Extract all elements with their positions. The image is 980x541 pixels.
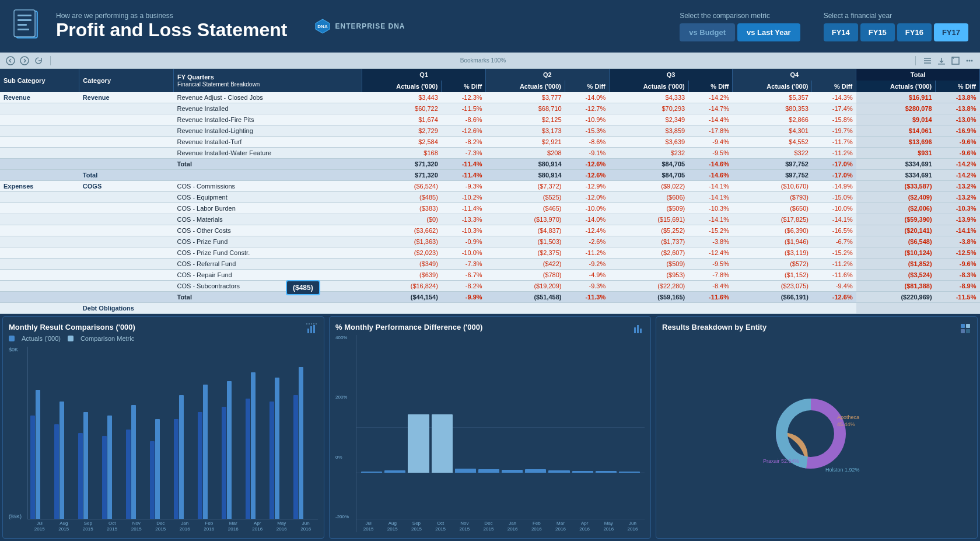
legend-compare-dot	[68, 336, 74, 341]
cell-q1-act: ($383)	[362, 203, 442, 214]
donut-chart-icon[interactable]	[960, 323, 971, 334]
table-row: Debt Obligations	[0, 303, 980, 314]
year-btn-group: FY14 FY15 FY16 FY17	[824, 23, 968, 41]
cell-tot-diff: -14.2%	[936, 170, 980, 181]
enterprise-dna-icon: DNA	[314, 18, 331, 34]
cell-tot-act: $280,078	[856, 103, 936, 114]
cell-q1-diff: -10.3%	[442, 225, 486, 236]
btn-fy15[interactable]: FY15	[860, 23, 895, 41]
monthly-chart-icon[interactable]	[306, 323, 318, 334]
bar-compare	[179, 395, 184, 519]
bar-actual	[126, 430, 131, 519]
cell-q1-diff	[442, 303, 486, 314]
back-icon[interactable]	[6, 56, 15, 65]
cell-tot-act: ($2,006)	[856, 203, 936, 214]
table-row: COS - Prize Fund Constr. ($2,023) -10.0%…	[0, 247, 980, 259]
table-row: Revenue Installed-Fire Pits $1,674 -8.6%…	[0, 114, 980, 125]
cell-q4-diff: -15.0%	[812, 192, 856, 203]
perf-chart-icon[interactable]	[633, 323, 645, 334]
cell-q4-act: $97,752	[733, 170, 812, 181]
cell-q1-act: $2,584	[362, 137, 442, 148]
cell-sub	[0, 148, 79, 159]
cell-q2-diff: -14.0%	[565, 214, 610, 225]
cell-q4-act: ($23,075)	[733, 281, 812, 292]
btn-fy17[interactable]: FY17	[934, 23, 968, 41]
year-selector-label: Select a financial year	[824, 12, 892, 20]
svg-rect-27	[637, 325, 639, 333]
bar-actual	[150, 441, 155, 519]
bar-actual	[246, 399, 250, 519]
bar-actual	[198, 412, 202, 519]
expand-icon[interactable]	[951, 56, 960, 65]
cell-q4-act: $4,552	[733, 137, 812, 148]
cell-q3-act: ($509)	[609, 203, 688, 214]
header-text: How are we performing as a business Prof…	[56, 12, 288, 40]
cell-tot-diff: -11.5%	[936, 292, 980, 303]
more-icon[interactable]	[965, 56, 974, 65]
cell-cat	[79, 137, 174, 148]
cell-sub	[0, 225, 79, 236]
cell-q2-act: $80,914	[486, 159, 565, 170]
cell-label: COS - Repair Fund	[174, 270, 362, 281]
cell-q2-diff: -15.3%	[565, 125, 610, 137]
cell-q2-act: ($19,209)	[486, 281, 565, 292]
col-breakdown: FY QuartersFinancial Statement Breakdown	[174, 69, 362, 92]
donut-label-apotheca: Apotheca	[837, 414, 859, 420]
bar-group	[102, 347, 124, 519]
chart-legend: Actuals ('000) Comparison Metric	[9, 335, 318, 342]
btn-fy16[interactable]: FY16	[897, 23, 932, 41]
svg-point-20	[969, 60, 971, 61]
cell-q2-diff: -2.6%	[565, 236, 610, 247]
btn-vs-budget[interactable]: vs Budget	[680, 23, 735, 41]
cell-q4-act: $80,353	[733, 103, 812, 114]
legend-actuals-dot	[9, 336, 15, 341]
cell-tot-act: ($81,388)	[856, 281, 936, 292]
table-header-row-1: Sub Category Category FY QuartersFinanci…	[0, 69, 980, 81]
cell-q3-act: $3,859	[609, 125, 688, 137]
brand-name: ENTERPRISE DNA	[335, 22, 405, 30]
btn-fy14[interactable]: FY14	[824, 23, 858, 41]
cell-q4-act: ($66,191)	[733, 292, 812, 303]
cell-q3-diff: -14.7%	[688, 103, 733, 114]
cell-sub	[0, 281, 79, 292]
cell-q4-diff: -6.7%	[812, 236, 856, 247]
svg-rect-9	[18, 29, 29, 30]
perf-chart-body: 400% 200% 0% -200% Jul2015Aug20	[335, 335, 645, 532]
cell-tot-act: $16,911	[856, 92, 936, 103]
col-q3-act: Actuals ('000)	[609, 81, 688, 92]
svg-rect-24	[313, 325, 315, 333]
col-tot-diff: % Diff	[936, 81, 980, 92]
download-icon[interactable]	[937, 56, 946, 65]
cell-q3-act: ($953)	[609, 270, 688, 281]
cell-q1-diff: -8.2%	[442, 137, 486, 148]
refresh-icon[interactable]	[34, 56, 43, 65]
perf-bars	[356, 414, 645, 473]
cell-q3-diff: -14.1%	[688, 181, 733, 192]
bar-actual	[293, 395, 298, 519]
btn-vs-last-year[interactable]: vs Last Year	[737, 23, 800, 41]
bar-x-label: Nov2015	[124, 521, 149, 532]
table-row: COS - Subcontractors ($16,824) -8.2% ($1…	[0, 281, 980, 292]
perf-bar	[384, 470, 405, 473]
donut-label-praxair: Praxair 52.64%	[763, 458, 799, 464]
table-body: Revenue Revenue Revenue Adjust - Closed …	[0, 92, 980, 314]
hamburger-icon[interactable]	[923, 56, 932, 65]
svg-rect-22	[307, 329, 309, 333]
cell-q4-act: ($6,390)	[733, 225, 812, 236]
bar-group	[78, 347, 100, 519]
cell-label: COS - Other Costs	[174, 225, 362, 236]
cell-q1-act: $60,722	[362, 103, 442, 114]
svg-point-12	[6, 57, 15, 65]
donut-svg: Apotheca 45.44% Praxair 52.64% Holston 1…	[758, 387, 875, 480]
cell-q3-act: ($22,280)	[609, 281, 688, 292]
cell-q3-act: ($2,607)	[609, 247, 688, 259]
cell-q2-diff: -10.0%	[565, 203, 610, 214]
cell-q2-act: ($51,458)	[486, 292, 565, 303]
bar-x-label: Apr2016	[246, 521, 270, 532]
cell-label: COS - Prize Fund Constr.	[174, 247, 362, 259]
cell-q1-act: ($485)	[362, 192, 442, 203]
cell-tot-diff: -13.8%	[936, 103, 980, 114]
cell-label: Total	[174, 292, 362, 303]
cell-q4-diff: -11.2%	[812, 259, 856, 270]
forward-icon[interactable]	[20, 56, 29, 65]
